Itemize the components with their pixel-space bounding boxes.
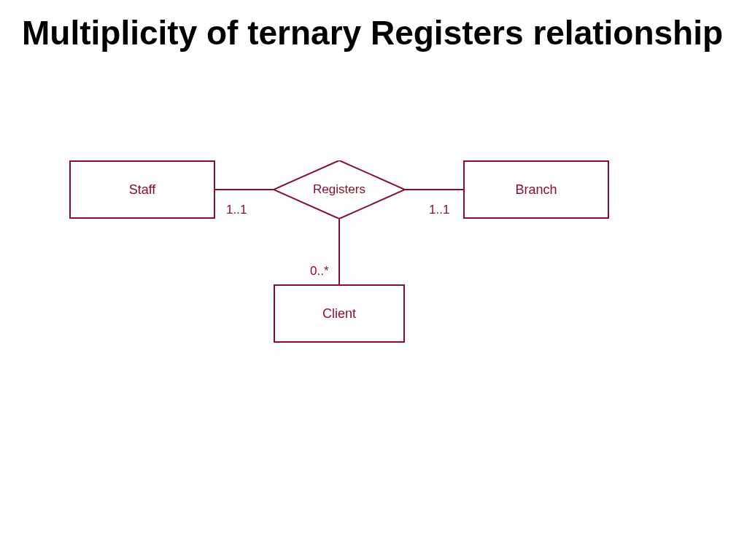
multiplicity-client: 0..* bbox=[310, 264, 329, 279]
entity-branch-label: Branch bbox=[515, 182, 557, 198]
entity-client: Client bbox=[274, 284, 405, 343]
edge-branch-registers bbox=[405, 189, 463, 190]
edge-client-registers bbox=[338, 219, 340, 284]
multiplicity-branch: 1..1 bbox=[429, 203, 449, 217]
multiplicity-staff: 1..1 bbox=[226, 203, 247, 217]
entity-staff: Staff bbox=[69, 160, 215, 219]
entity-client-label: Client bbox=[322, 306, 356, 322]
slide: Multiplicity of ternary Registers relati… bbox=[0, 0, 747, 560]
page-title: Multiplicity of ternary Registers relati… bbox=[22, 15, 725, 52]
edge-staff-registers bbox=[215, 189, 274, 190]
entity-staff-label: Staff bbox=[129, 182, 156, 198]
entity-branch: Branch bbox=[463, 160, 609, 219]
relationship-registers: Registers bbox=[274, 160, 405, 219]
relationship-label: Registers bbox=[313, 182, 365, 197]
er-diagram: Staff Branch Client Registers 1..1 1..1 … bbox=[0, 139, 747, 430]
